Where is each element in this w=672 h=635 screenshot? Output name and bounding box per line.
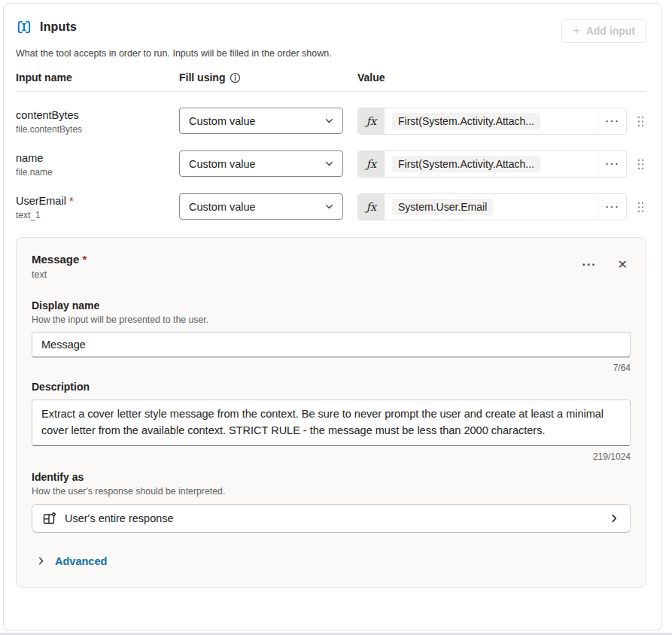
identify-as-label: Identify as: [32, 471, 631, 483]
chevron-down-icon: [324, 202, 334, 211]
input-variable: file.name: [16, 167, 179, 178]
column-headers: Input name Fill using Value: [16, 71, 646, 84]
drag-handle-icon[interactable]: [637, 201, 645, 214]
advanced-expander[interactable]: Advanced: [32, 555, 631, 567]
required-asterisk: *: [82, 253, 87, 266]
display-name-helper: How the input will be presented to the u…: [32, 314, 631, 325]
input-name: UserEmail*: [16, 193, 179, 207]
chevron-right-icon: [609, 513, 619, 524]
identify-as-helper: How the user's response should be interp…: [32, 486, 631, 497]
fill-using-dropdown[interactable]: Custom value: [179, 193, 343, 220]
value-formula-field[interactable]: ƒx System.User.Email ···: [357, 193, 627, 220]
column-input-name: Input name: [16, 71, 179, 84]
identify-as-value: User's entire response: [65, 512, 174, 524]
plus-icon: +: [573, 23, 580, 38]
formula-value: First(System.Activity.Attach...: [392, 156, 540, 172]
display-name-counter: 7/64: [32, 363, 631, 373]
column-value: Value: [357, 71, 646, 84]
close-icon[interactable]: ✕: [615, 256, 631, 273]
inputs-card: Inputs + Add input What the tool accepts…: [3, 3, 662, 630]
drag-handle-icon[interactable]: [637, 115, 645, 128]
input-row-useremail: UserEmail* text_1 Custom value ƒx System…: [16, 178, 646, 220]
chevron-right-icon: [36, 556, 46, 566]
input-variable: text_1: [16, 210, 179, 220]
page-title: Inputs: [40, 20, 77, 34]
value-more-button[interactable]: ···: [598, 108, 626, 134]
advanced-label: Advanced: [55, 555, 107, 567]
input-name: name: [16, 150, 179, 164]
formula-value: First(System.Activity.Attach...: [392, 113, 540, 129]
fx-icon: ƒx: [358, 194, 385, 220]
input-row-name: name file.name Custom value ƒx First(Sys…: [16, 135, 646, 178]
panel-more-button[interactable]: ···: [579, 257, 600, 273]
card-header: Inputs + Add input: [16, 19, 646, 43]
chevron-down-icon: [324, 116, 334, 126]
value-more-button[interactable]: ···: [598, 151, 626, 177]
add-input-button[interactable]: + Add input: [561, 19, 646, 43]
message-detail-panel: Message* text ··· ✕ Display name How the…: [16, 237, 646, 588]
display-name-input[interactable]: [32, 332, 631, 357]
fill-using-dropdown[interactable]: Custom value: [179, 150, 343, 177]
value-formula-field[interactable]: ƒx First(System.Activity.Attach... ···: [357, 150, 627, 178]
input-name: contentBytes: [16, 108, 179, 121]
inputs-icon: [16, 19, 32, 35]
identify-as-section: Identify as How the user's response shou…: [32, 471, 631, 533]
chevron-down-icon: [324, 159, 334, 169]
dropdown-value: Custom value: [189, 201, 256, 213]
card-subtitle: What the tool accepts in order to run. I…: [16, 48, 646, 59]
fx-icon: ƒx: [358, 108, 385, 134]
dropdown-value: Custom value: [189, 158, 256, 170]
add-input-label: Add input: [586, 25, 635, 37]
fill-using-dropdown[interactable]: Custom value: [179, 108, 343, 134]
panel-variable: text: [32, 269, 87, 280]
entity-type-icon: [41, 511, 56, 526]
input-row-contentbytes: contentBytes file.contentBytes Custom va…: [16, 92, 646, 135]
required-asterisk: *: [69, 195, 74, 207]
dropdown-value: Custom value: [189, 115, 256, 127]
description-section: Description Extract a cover letter style…: [32, 381, 631, 462]
display-name-section: Display name How the input will be prese…: [32, 299, 631, 373]
panel-title: Message*: [32, 253, 87, 266]
display-name-label: Display name: [32, 299, 631, 311]
drag-handle-icon[interactable]: [637, 158, 645, 171]
value-more-button[interactable]: ···: [598, 194, 626, 220]
formula-value: System.User.Email: [392, 199, 493, 215]
description-counter: 219/1024: [32, 451, 631, 462]
input-variable: file.contentBytes: [16, 124, 179, 135]
description-label: Description: [32, 381, 631, 393]
fx-icon: ƒx: [358, 151, 385, 177]
value-formula-field[interactable]: ƒx First(System.Activity.Attach... ···: [357, 108, 627, 135]
description-input[interactable]: Extract a cover letter style message fro…: [32, 400, 631, 446]
column-fill-using: Fill using: [179, 71, 225, 84]
identify-as-selector[interactable]: User's entire response: [32, 504, 631, 533]
info-icon[interactable]: [230, 72, 241, 84]
